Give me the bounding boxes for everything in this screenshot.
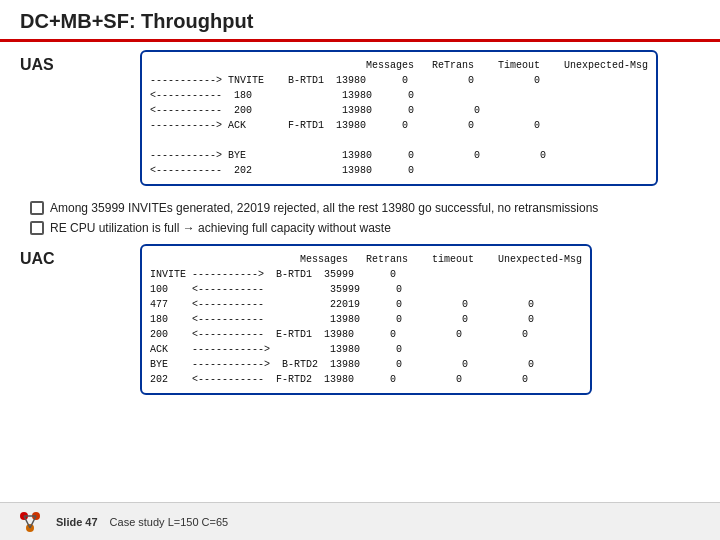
page-title: DC+MB+SF: Throughput	[20, 10, 253, 32]
bullet-icon-2	[30, 221, 44, 235]
uac-table: Messages Retrans timeout Unexpected-Msg …	[140, 244, 592, 395]
uac-table-content: Messages Retrans timeout Unexpected-Msg …	[142, 246, 590, 393]
page: DC+MB+SF: Throughput UAS Messages ReTran…	[0, 0, 720, 540]
uas-row: UAS Messages ReTrans Timeout Unexpected-…	[20, 50, 700, 192]
bullets-section: Among 35999 INVITEs generated, 22019 rej…	[30, 200, 700, 240]
bullet-icon-1	[30, 201, 44, 215]
main-content: UAS Messages ReTrans Timeout Unexpected-…	[0, 42, 720, 502]
uas-table-content: Messages ReTrans Timeout Unexpected-Msg …	[142, 52, 656, 184]
bullet-text-1: Among 35999 INVITEs generated, 22019 rej…	[50, 200, 598, 217]
bullet-text-2: RE CPU utilization is full → achieving f…	[50, 220, 391, 237]
uas-label: UAS	[20, 50, 80, 74]
case-study-label: Case study L=150 C=65	[110, 516, 229, 528]
bullet-item-1: Among 35999 INVITEs generated, 22019 rej…	[30, 200, 700, 217]
uas-table: Messages ReTrans Timeout Unexpected-Msg …	[140, 50, 658, 186]
footer-icon	[16, 508, 44, 536]
uac-row: UAC Messages Retrans timeout Unexpected-…	[20, 244, 700, 401]
footer: Slide 47 Case study L=150 C=65	[0, 502, 720, 540]
header: DC+MB+SF: Throughput	[0, 0, 720, 42]
bullet-item-2: RE CPU utilization is full → achieving f…	[30, 220, 700, 237]
slide-number: Slide 47	[56, 516, 98, 528]
uac-label: UAC	[20, 244, 80, 268]
